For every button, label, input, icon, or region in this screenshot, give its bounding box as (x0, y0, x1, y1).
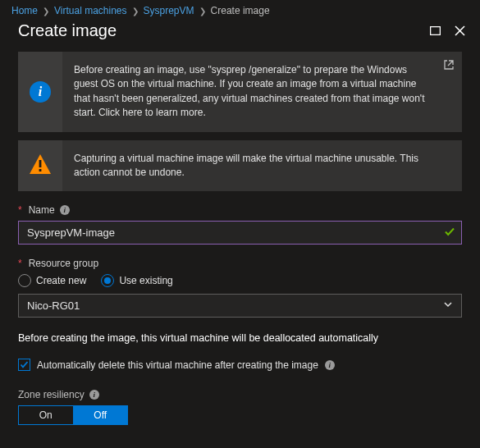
breadcrumb-vms[interactable]: Virtual machines (54, 5, 127, 16)
info-icon: i (30, 81, 51, 103)
auto-delete-checkbox[interactable] (18, 359, 30, 371)
svg-rect-0 (430, 27, 440, 35)
info-hint-icon[interactable]: i (325, 360, 335, 370)
rg-create-new-radio[interactable]: Create new (18, 274, 86, 287)
chevron-right-icon: ❯ (132, 7, 139, 16)
chevron-down-icon (443, 299, 453, 312)
blade-header: Create image (0, 18, 480, 52)
rg-select[interactable]: Nico-RG01 (18, 294, 462, 318)
deallocate-note: Before creating the image, this virtual … (18, 332, 462, 344)
rg-label: *Resource group (18, 258, 462, 269)
popout-icon[interactable] (444, 60, 454, 72)
page-title: Create image (18, 21, 426, 40)
breadcrumb-home[interactable]: Home (11, 5, 38, 16)
breadcrumb-sysprepvm[interactable]: SysprepVM (144, 5, 194, 16)
breadcrumb-current: Create image (211, 5, 270, 16)
check-icon (444, 226, 455, 240)
info-hint-icon[interactable]: i (89, 390, 99, 400)
zone-on-button[interactable]: On (18, 405, 73, 425)
maximize-button[interactable] (426, 22, 444, 40)
close-button[interactable] (450, 22, 469, 40)
name-input[interactable] (18, 221, 462, 245)
svg-rect-5 (39, 169, 42, 171)
info-hint-icon[interactable]: i (60, 205, 70, 215)
auto-delete-label: Automatically delete this virtual machin… (37, 359, 318, 371)
name-label: *Name i (18, 204, 462, 216)
chevron-right-icon: ❯ (43, 7, 49, 16)
warning-alert-text: Capturing a virtual machine image will m… (62, 140, 462, 192)
zone-off-button[interactable]: Off (73, 405, 129, 425)
info-alert[interactable]: i Before creating an image, use "sysprep… (18, 52, 462, 132)
warning-alert: Capturing a virtual machine image will m… (18, 140, 462, 192)
breadcrumb: Home ❯ Virtual machines ❯ SysprepVM ❯ Cr… (0, 0, 480, 18)
rg-use-existing-radio[interactable]: Use existing (101, 274, 172, 287)
svg-rect-4 (39, 160, 42, 167)
warning-icon (29, 153, 52, 177)
info-alert-text: Before creating an image, use "sysprep /… (62, 52, 462, 132)
zone-toggle: On Off (18, 405, 128, 425)
chevron-right-icon: ❯ (199, 7, 206, 16)
zone-label: Zone resiliency i (18, 389, 462, 400)
